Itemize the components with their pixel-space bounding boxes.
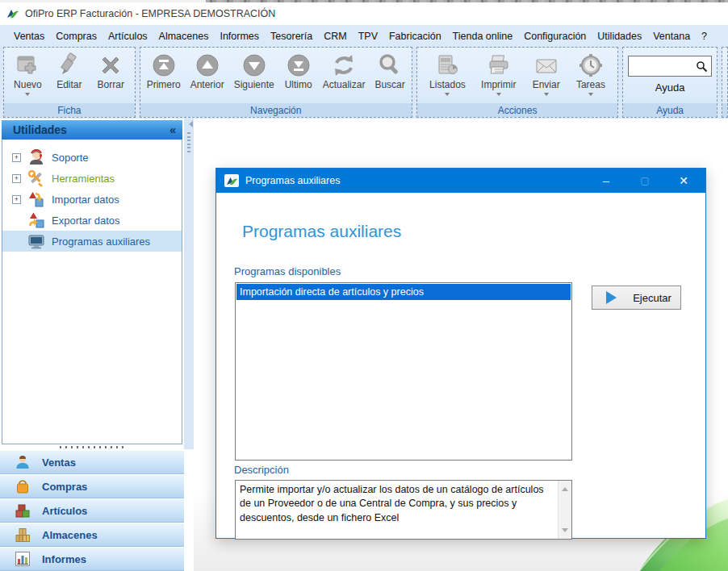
menu-articulos[interactable]: Artículos <box>103 27 153 45</box>
tareas-dropdown-caret[interactable] <box>588 93 593 98</box>
person-icon <box>15 454 31 470</box>
window-title: OfiPro ERP Facturación - EMPRESA DEMOSTR… <box>25 8 275 19</box>
import-data-icon <box>27 190 45 208</box>
dialog-title: Programas auxiliares <box>245 175 588 186</box>
listados-button[interactable]: Listados <box>426 51 469 100</box>
play-icon <box>606 291 623 304</box>
nuevo-dropdown-caret[interactable] <box>25 93 30 98</box>
group-label-acciones: Acciones <box>417 103 617 117</box>
ribbon-toolbar: Nuevo Editar Borrar <box>0 47 728 119</box>
help-button[interactable]: Ayuda <box>655 81 685 94</box>
menu-compras[interactable]: Compras <box>50 27 103 45</box>
menu-tesoreria[interactable]: Tesorería <box>265 27 318 45</box>
expand-plus-icon[interactable]: + <box>12 174 21 183</box>
section-compras[interactable]: Compras <box>0 474 184 498</box>
section-articulos[interactable]: Artículos <box>0 498 184 523</box>
next-record-icon <box>241 52 267 78</box>
ultimo-button[interactable]: Ultimo <box>281 51 316 92</box>
anterior-button[interactable]: Anterior <box>187 51 228 92</box>
dialog-heading: Programas auxiliares <box>242 222 401 241</box>
clock-icon <box>578 52 604 78</box>
panel-splitter-horizontal[interactable] <box>0 444 184 449</box>
support-agent-icon <box>27 148 45 166</box>
menu-tpv[interactable]: TPV <box>353 27 383 45</box>
report-icon <box>434 52 460 78</box>
menu-help[interactable]: ? <box>696 27 713 45</box>
first-record-icon <box>151 52 177 78</box>
delete-x-icon <box>98 52 123 78</box>
dialog-titlebar[interactable]: Programas auxiliares – ▢ ✕ <box>216 169 705 193</box>
description-scrollbar[interactable] <box>558 481 571 539</box>
menu-bar: Ventas Compras Artículos Almacenes Infor… <box>0 25 728 47</box>
blocks-icon <box>15 502 31 519</box>
tree-item-importar-datos[interactable]: + Importar datos <box>2 189 182 210</box>
siguiente-button[interactable]: Siguiente <box>231 51 278 92</box>
description-text: Permite importar y/o actualizar los dato… <box>236 481 558 539</box>
help-search-input[interactable] <box>628 56 712 77</box>
toolbar-group-navegacion: Primero Anterior Siguiente <box>140 47 412 118</box>
warehouse-boxes-icon <box>15 527 31 543</box>
section-ventas[interactable]: Ventas <box>0 450 184 474</box>
close-button[interactable]: ✕ <box>672 171 696 190</box>
enviar-button[interactable]: Enviar <box>529 51 564 100</box>
group-label-navegacion: Navegación <box>140 103 412 117</box>
borrar-button[interactable]: Borrar <box>93 51 128 98</box>
printer-icon <box>486 52 512 78</box>
menu-ventas[interactable]: Ventas <box>8 27 50 45</box>
group-label-ayuda: Ayuda <box>623 103 717 117</box>
menu-fabricacion[interactable]: Fabricación <box>383 27 447 45</box>
pencil-icon <box>56 52 82 78</box>
section-informes[interactable]: Informes <box>0 547 184 571</box>
previous-record-icon <box>195 52 220 78</box>
menu-tienda-online[interactable]: Tienda online <box>447 27 519 45</box>
sidebar-sections: Ventas Compras Artículos <box>0 450 184 571</box>
imprimir-dropdown-caret[interactable] <box>496 93 501 98</box>
app-logo-icon <box>6 8 19 19</box>
description-label: Descripción <box>234 464 289 476</box>
scroll-down-icon[interactable] <box>562 528 568 536</box>
new-card-icon <box>15 52 40 78</box>
utilidades-tree: + Soporte + <box>2 140 182 444</box>
search-icon <box>696 60 708 73</box>
section-almacenes[interactable]: Almacenes <box>0 523 184 547</box>
ejecutar-button[interactable]: Ejecutar <box>592 286 681 310</box>
menu-informes[interactable]: Informes <box>214 27 265 45</box>
menu-crm[interactable]: CRM <box>318 27 352 45</box>
editar-button[interactable]: Editar <box>52 51 87 98</box>
listados-dropdown-caret[interactable] <box>445 93 450 98</box>
actualizar-button[interactable]: Actualizar <box>320 51 369 92</box>
last-record-icon <box>286 52 312 78</box>
menu-ventana[interactable]: Ventana <box>647 27 696 45</box>
primero-button[interactable]: Primero <box>144 51 184 92</box>
tree-item-programas-auxiliares[interactable]: Programas auxiliares <box>2 231 182 252</box>
toolbar-group-partial <box>722 47 728 118</box>
programs-listbox[interactable]: Importación directa de artículos y preci… <box>235 282 572 461</box>
splitter-grip[interactable] <box>187 132 190 153</box>
toolbar-group-ficha: Nuevo Editar Borrar <box>3 47 136 118</box>
expand-plus-icon[interactable]: + <box>12 195 21 204</box>
menu-utilidades[interactable]: Utilidades <box>592 27 647 45</box>
menu-configuracion[interactable]: Configuración <box>518 27 592 45</box>
scroll-up-icon[interactable] <box>562 484 568 491</box>
computer-icon <box>27 232 45 250</box>
menu-almacenes[interactable]: Almacenes <box>153 27 215 45</box>
maximize-button: ▢ <box>633 171 657 190</box>
collapse-panel-icon[interactable]: « <box>169 123 176 136</box>
enviar-dropdown-caret[interactable] <box>544 93 549 98</box>
available-programs-label: Programas disponibles <box>234 265 341 277</box>
panel-splitter-vertical[interactable] <box>184 119 194 449</box>
collapse-left-icon[interactable] <box>186 121 193 127</box>
description-box: Permite importar y/o actualizar los dato… <box>235 480 572 540</box>
list-item-import-articulos[interactable]: Importación directa de artículos y preci… <box>236 284 571 300</box>
imprimir-button[interactable]: Imprimir <box>478 51 519 100</box>
tree-item-exportar-datos[interactable]: Exportar datos <box>2 210 182 231</box>
expand-plus-icon[interactable]: + <box>12 153 21 162</box>
tareas-button[interactable]: Tareas <box>573 51 609 100</box>
tree-item-herramientas[interactable]: + Herramientas <box>2 168 182 189</box>
bar-chart-icon <box>15 551 31 567</box>
toolbar-group-ayuda: Ayuda Ayuda <box>622 47 718 118</box>
minimize-button[interactable]: – <box>594 171 618 190</box>
nuevo-button[interactable]: Nuevo <box>10 51 45 100</box>
tree-item-soporte[interactable]: + Soporte <box>2 147 182 168</box>
buscar-button[interactable]: Buscar <box>371 51 408 92</box>
